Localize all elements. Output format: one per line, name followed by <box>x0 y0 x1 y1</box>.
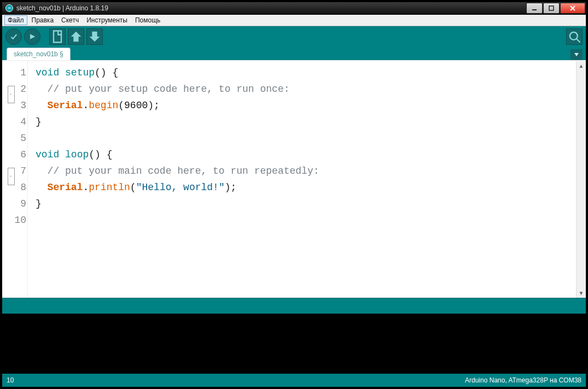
line-number: 2 <box>2 81 27 97</box>
menu-файл[interactable]: Файл <box>4 15 27 25</box>
code-line[interactable]: // put your setup code here, to run once… <box>36 81 576 97</box>
line-number: 5 <box>2 130 27 146</box>
scroll-down-icon[interactable]: ▼ <box>577 288 586 298</box>
save-button[interactable] <box>86 28 103 45</box>
line-number: 9 <box>2 196 27 212</box>
line-number: 3 <box>2 97 27 114</box>
code-line[interactable] <box>36 130 576 146</box>
cursor-line: 10 <box>7 376 14 384</box>
toolbar <box>2 26 586 47</box>
app-window: sketch_nov01b | Arduino 1.8.19 ФайлПравк… <box>2 2 586 387</box>
line-number: 1- <box>2 64 27 81</box>
code-line[interactable]: Serial.begin(9600); <box>36 97 576 114</box>
menubar: ФайлПравкаСкетчИнструментыПомощь <box>2 15 586 26</box>
new-button[interactable] <box>49 28 66 45</box>
app-icon <box>5 4 13 12</box>
svg-marker-10 <box>574 53 579 56</box>
verify-button[interactable] <box>5 28 22 45</box>
status-strip <box>2 298 586 314</box>
scroll-up-icon[interactable]: ▲ <box>577 61 586 70</box>
svg-marker-7 <box>90 32 100 42</box>
line-number: 4 <box>2 114 27 130</box>
footer: 10 Arduino Nano, ATmega328P на COM38 <box>2 374 586 387</box>
line-number: 8 <box>2 179 27 196</box>
svg-rect-1 <box>549 6 554 10</box>
code-line[interactable]: Serial.println("Hello, world!"); <box>36 179 576 196</box>
open-button[interactable] <box>68 28 84 45</box>
tab-menu-button[interactable] <box>570 49 583 60</box>
minimize-button[interactable] <box>526 3 543 14</box>
code-area[interactable]: void setup() { // put your setup code he… <box>27 61 576 298</box>
code-line[interactable] <box>36 212 576 228</box>
line-number: 6- <box>2 146 27 163</box>
titlebar: sketch_nov01b | Arduino 1.8.19 <box>2 2 586 15</box>
menu-правка[interactable]: Правка <box>28 15 57 25</box>
tab-label: sketch_nov01b § <box>14 50 63 58</box>
console-output[interactable] <box>2 314 586 374</box>
line-number: 7 <box>2 163 27 179</box>
line-number: 10 <box>2 212 27 228</box>
code-line[interactable]: } <box>36 196 576 212</box>
vertical-scrollbar[interactable]: ▲ ▼ <box>576 61 586 298</box>
window-title: sketch_nov01b | Arduino 1.8.19 <box>16 4 526 12</box>
menu-скетч[interactable]: Скетч <box>58 15 82 25</box>
menu-помощь[interactable]: Помощь <box>132 15 164 25</box>
tabbar: sketch_nov01b § <box>2 47 586 60</box>
svg-marker-4 <box>30 34 35 39</box>
close-button[interactable] <box>560 3 585 14</box>
upload-button[interactable] <box>24 28 40 45</box>
serial-monitor-button[interactable] <box>566 28 583 45</box>
svg-marker-6 <box>71 32 81 42</box>
menu-инструменты[interactable]: Инструменты <box>83 15 131 25</box>
code-line[interactable]: } <box>36 114 576 130</box>
code-editor[interactable]: 1-23456-78910 void setup() { // put your… <box>2 60 586 298</box>
code-line[interactable]: void loop() { <box>36 146 576 163</box>
svg-line-9 <box>577 39 580 43</box>
code-line[interactable]: // put your main code here, to run repea… <box>36 163 576 179</box>
code-line[interactable]: void setup() { <box>36 64 576 81</box>
sketch-tab[interactable]: sketch_nov01b § <box>7 48 71 60</box>
line-gutter: 1-23456-78910 <box>2 61 27 298</box>
maximize-button[interactable] <box>543 3 560 14</box>
board-info: Arduino Nano, ATmega328P на COM38 <box>465 376 581 384</box>
